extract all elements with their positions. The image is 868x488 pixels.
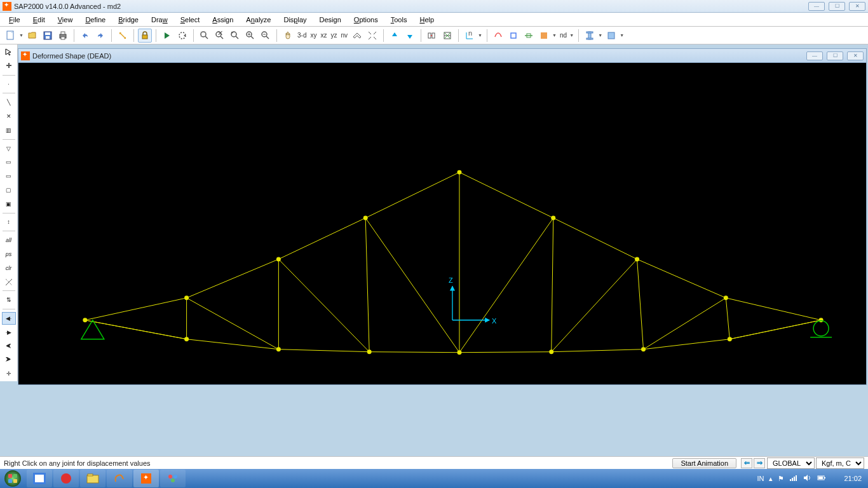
refresh-icon[interactable] <box>116 29 130 43</box>
view-yz-button[interactable]: yz <box>329 32 338 39</box>
zoom-window-icon[interactable] <box>198 29 212 43</box>
reshape-icon[interactable] <box>2 60 16 72</box>
run-icon[interactable] <box>160 29 174 43</box>
menu-select[interactable]: Select <box>175 15 205 25</box>
maximize-button[interactable]: ☐ <box>829 2 845 11</box>
menu-tools[interactable]: Tools <box>386 15 412 25</box>
rotate-icon[interactable] <box>175 29 189 43</box>
menu-assign[interactable]: Assign <box>207 15 238 25</box>
view-xy-button[interactable]: xy <box>309 32 318 39</box>
draw-axis-icon[interactable]: ↕ <box>2 216 16 229</box>
new-icon[interactable] <box>4 29 18 43</box>
axial-icon[interactable] <box>522 29 536 43</box>
menu-design[interactable]: Design <box>315 15 346 25</box>
zoom-in-icon[interactable] <box>243 29 257 43</box>
close-button[interactable]: ✕ <box>849 2 865 11</box>
save-icon[interactable] <box>41 29 55 43</box>
tray-network-icon[interactable] <box>788 473 799 484</box>
view-xz-button[interactable]: xz <box>319 32 328 39</box>
start-animation-button[interactable]: Start Animation <box>672 458 736 468</box>
viewport-canvas[interactable]: Z X <box>18 63 866 384</box>
draw-box2-icon[interactable]: ▣ <box>2 198 16 210</box>
object-shrink-icon[interactable] <box>425 29 439 43</box>
show-axes-icon[interactable]: n <box>463 29 477 43</box>
redo-icon[interactable] <box>93 29 107 43</box>
draw-line-icon[interactable]: ╲ <box>2 96 16 109</box>
draw-bars-icon[interactable]: ▥ <box>2 124 16 137</box>
nd-button[interactable]: nd <box>559 32 568 39</box>
task-app-2[interactable] <box>53 470 79 487</box>
up-arrow-icon[interactable] <box>388 29 402 43</box>
tray-chevron-icon[interactable]: ▴ <box>768 475 774 483</box>
snap-int-icon[interactable]: ✛ <box>2 367 16 380</box>
intersect-icon[interactable] <box>2 276 16 288</box>
task-app-4[interactable] <box>107 470 132 487</box>
axes-dropdown[interactable]: ▼ <box>478 33 483 37</box>
print-icon[interactable] <box>56 29 70 43</box>
draw-rect-icon[interactable]: ▭ <box>2 156 16 168</box>
stress-icon[interactable] <box>537 29 551 43</box>
snap-end-icon[interactable]: ◀· <box>2 312 16 325</box>
task-explorer[interactable] <box>80 470 105 487</box>
lock-icon[interactable] <box>138 29 152 43</box>
new-dropdown[interactable]: ▼ <box>19 33 24 37</box>
pointer-icon[interactable] <box>2 46 16 58</box>
perspective-icon[interactable] <box>350 29 364 43</box>
nd-dropdown[interactable]: ▼ <box>569 33 574 37</box>
task-app-6[interactable] <box>160 470 186 487</box>
start-button[interactable] <box>0 469 25 488</box>
draw-triangle-icon[interactable]: ▽ <box>2 142 16 155</box>
menu-display[interactable]: Display <box>278 15 311 25</box>
undo-icon[interactable] <box>78 29 92 43</box>
view-3d-button[interactable]: 3-d <box>296 32 308 39</box>
shrink-icon[interactable] <box>365 29 379 43</box>
menu-draw[interactable]: Draw <box>146 15 173 25</box>
snap-perp-icon[interactable]: ⮞ <box>2 354 16 367</box>
surface-dropdown[interactable]: ▼ <box>620 33 625 37</box>
units-select[interactable]: Kgf, m, C <box>816 458 864 469</box>
draw-cross-icon[interactable]: ✕ <box>2 110 16 123</box>
select-all-button[interactable]: all <box>2 234 16 247</box>
coord-sys-select[interactable]: GLOBAL <box>767 458 815 469</box>
tray-volume-icon[interactable] <box>802 473 813 484</box>
tray-locale[interactable]: IN <box>756 475 765 482</box>
menu-edit[interactable]: Edit <box>28 15 50 25</box>
snap-mid-icon[interactable]: ·▶ <box>2 326 16 339</box>
snap-center-icon[interactable]: ⮜ <box>2 340 16 353</box>
set-display-icon[interactable] <box>440 29 454 43</box>
minimize-button[interactable]: — <box>808 2 825 11</box>
moment-icon[interactable] <box>491 29 505 43</box>
tray-clock[interactable]: 21:02 <box>843 475 863 482</box>
zoom-previous-icon[interactable] <box>228 29 242 43</box>
menu-analyze[interactable]: Analyze <box>241 15 276 25</box>
view-nv-button[interactable]: nv <box>339 32 349 39</box>
draw-rect2-icon[interactable]: ▭ <box>2 170 16 182</box>
section-dropdown[interactable]: ▼ <box>598 33 603 37</box>
prev-case-button[interactable]: ⇐ <box>741 458 752 468</box>
open-icon[interactable] <box>25 29 39 43</box>
zoom-extents-icon[interactable]: ✕ <box>213 29 227 43</box>
menu-help[interactable]: Help <box>414 15 439 25</box>
zoom-out-icon[interactable] <box>259 29 273 43</box>
task-sap2000[interactable]: ✦ <box>133 470 159 487</box>
surface-icon[interactable] <box>604 29 618 43</box>
tray-flag-icon[interactable]: ⚑ <box>776 475 785 483</box>
pan-icon[interactable] <box>281 29 295 43</box>
viewport-minimize-button[interactable]: — <box>806 51 823 60</box>
tray-battery-icon[interactable] <box>816 473 827 484</box>
menu-options[interactable]: Options <box>349 15 383 25</box>
menu-bridge[interactable]: Bridge <box>113 15 144 25</box>
draw-point-icon[interactable]: · <box>2 78 16 91</box>
shear-icon[interactable] <box>506 29 520 43</box>
menu-file[interactable]: File <box>4 15 25 25</box>
task-app-1[interactable] <box>27 470 52 487</box>
draw-box-icon[interactable]: ▢ <box>2 184 16 196</box>
viewport-maximize-button[interactable]: ☐ <box>827 51 843 60</box>
section-icon[interactable] <box>583 29 597 43</box>
menu-view[interactable]: View <box>53 15 78 25</box>
menu-define[interactable]: Define <box>80 15 111 25</box>
next-case-button[interactable]: ⇒ <box>754 458 765 468</box>
down-arrow-icon[interactable] <box>403 29 417 43</box>
prev-select-button[interactable]: ps <box>2 248 16 261</box>
snap-point-icon[interactable]: ⇅ <box>2 294 16 306</box>
